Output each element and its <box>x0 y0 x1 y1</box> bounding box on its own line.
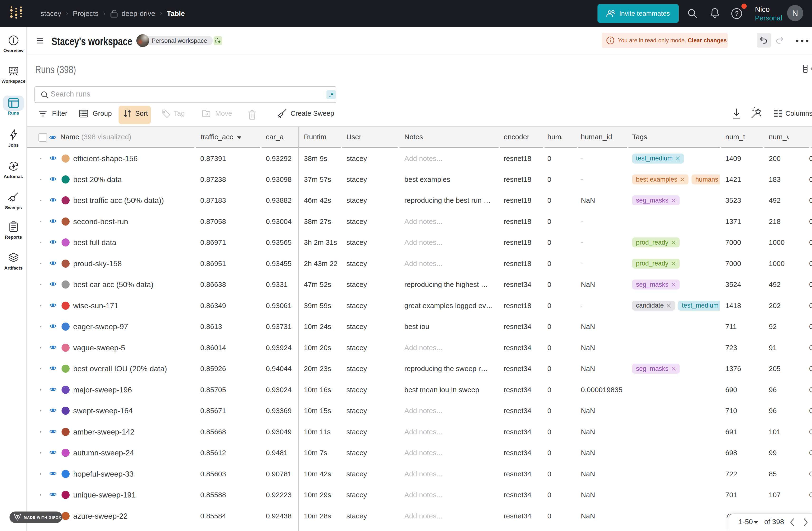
svg-text:?: ? <box>735 10 738 17</box>
